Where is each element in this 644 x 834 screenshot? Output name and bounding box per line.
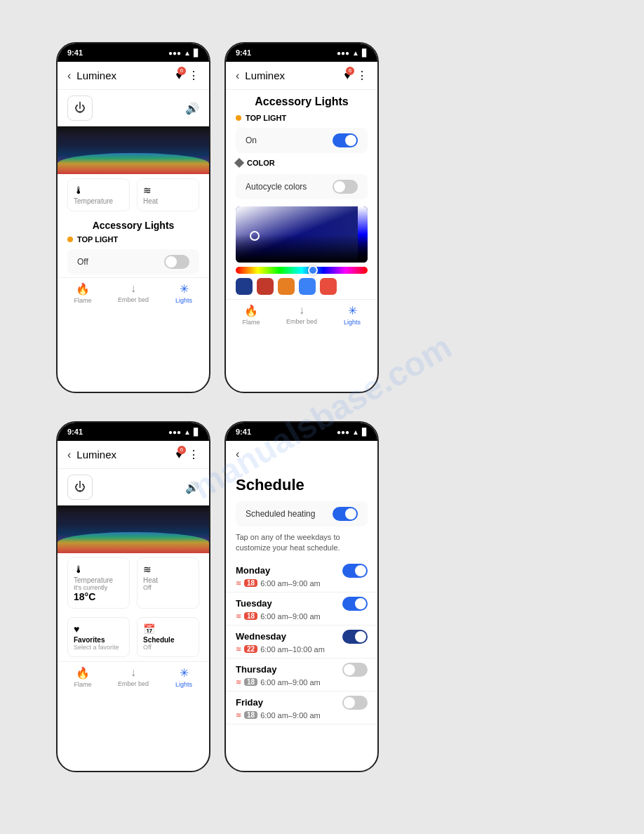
- thursday-heat-icon-4: ≋: [236, 678, 241, 686]
- bottom-row: 9:41 ●●● ▲ ▊ ‹ Luminex ♥ 6 ⋮: [56, 421, 588, 772]
- favorites-card-3[interactable]: ♥ Favorites Select a favorite: [67, 617, 130, 657]
- temperature-label-3: Temperature: [74, 576, 123, 584]
- scheduled-heating-label-4: Scheduled heating: [246, 509, 315, 519]
- volume-button-1[interactable]: 🔊: [185, 102, 199, 115]
- nav-lights-2[interactable]: ✳ Lights: [327, 304, 377, 326]
- status-bar-4: 9:41 ●●● ▲ ▊: [226, 423, 377, 441]
- back-button-4[interactable]: ‹: [236, 448, 239, 461]
- nav-ember-2[interactable]: ↓ Ember bed: [276, 304, 327, 326]
- menu-icon-1[interactable]: ⋮: [188, 69, 199, 82]
- friday-heat-icon-4: ≋: [236, 711, 241, 719]
- favorites-badge-1[interactable]: ♥ 6: [176, 70, 183, 82]
- menu-icon-3[interactable]: ⋮: [188, 448, 199, 461]
- flame-icon-2: 🔥: [244, 304, 258, 317]
- color-preset-orange-2[interactable]: [278, 278, 295, 295]
- wednesday-row-4[interactable]: Wednesday ≋ 22 6:00 am–10:00 am: [226, 626, 377, 658]
- tuesday-header-4: Tuesday: [236, 597, 368, 611]
- power-icon-3: ⏻: [74, 481, 86, 494]
- toggle-switch-2[interactable]: [333, 133, 358, 147]
- tuesday-toggle-4[interactable]: [342, 597, 368, 611]
- time-2: 9:41: [236, 48, 251, 57]
- schedule-sub-3: Off: [143, 644, 193, 651]
- tuesday-time-4: ≋ 18 6:00 am–9:00 am: [236, 612, 368, 621]
- color-presets-2: [236, 278, 368, 295]
- monday-toggle-4[interactable]: [342, 564, 368, 578]
- back-button-3[interactable]: ‹: [67, 449, 71, 461]
- time-3: 9:41: [67, 428, 83, 436]
- monday-header-4: Monday: [236, 564, 368, 578]
- thermometer-icon-1: 🌡: [74, 185, 123, 196]
- top-light-label-1: TOP LIGHT: [77, 235, 118, 244]
- nav-lights-1[interactable]: ✳ Lights: [159, 282, 209, 304]
- wednesday-temp-4: 22: [244, 645, 257, 653]
- color-picker-box-2[interactable]: [236, 206, 368, 263]
- volume-button-3[interactable]: 🔊: [185, 481, 199, 494]
- tuesday-row-4[interactable]: Tuesday ≋ 18 6:00 am–9:00 am: [226, 593, 377, 626]
- battery-icon-2: ▊: [362, 49, 368, 57]
- back-button-1[interactable]: ‹: [67, 70, 71, 82]
- top-light-label-2: TOP LIGHT: [246, 114, 286, 122]
- lights-icon-2: ✳: [348, 304, 357, 317]
- signal-icon-4: ●●●: [337, 428, 349, 436]
- thursday-row-4[interactable]: Thursday ≋ 18 6:00 am–9:00 am: [226, 658, 377, 691]
- toggle-switch-1[interactable]: [164, 255, 189, 269]
- wifi-icon-2: ▲: [352, 49, 359, 57]
- bottom-nav-2: 🔥 Flame ↓ Ember bed ✳ Lights: [226, 299, 377, 330]
- status-icons-2: ●●● ▲ ▊: [337, 49, 368, 57]
- color-preset-red-2[interactable]: [257, 278, 274, 295]
- schedule-card-3[interactable]: 📅 Schedule Off: [137, 617, 199, 657]
- lights-icon-1: ✳: [180, 282, 189, 296]
- nav-flame-2[interactable]: 🔥 Flame: [226, 304, 276, 326]
- header-icons-3: ♥ 6 ⋮: [176, 448, 200, 461]
- color-preset-lightblue-2[interactable]: [299, 278, 316, 295]
- back-button-2[interactable]: ‹: [236, 70, 239, 82]
- temperature-value-3: 18°C: [74, 591, 123, 602]
- nav-flame-1[interactable]: 🔥 Flame: [58, 282, 108, 304]
- app-title-1: Luminex: [76, 70, 175, 81]
- heat-card-3: ≋ Heat Off: [137, 557, 199, 609]
- friday-time-text-4: 6:00 am–9:00 am: [260, 711, 321, 720]
- wednesday-toggle-4[interactable]: [342, 630, 368, 644]
- power-button-3[interactable]: ⏻: [67, 475, 93, 500]
- favorites-badge-2[interactable]: ♥ 6: [344, 70, 351, 82]
- battery-icon-1: ▊: [194, 49, 199, 57]
- nav-ember-1[interactable]: ↓ Ember bed: [108, 282, 159, 304]
- app-header-4: ‹: [226, 441, 377, 468]
- color-spectrum-2[interactable]: [236, 267, 368, 274]
- color-preset-coral-2[interactable]: [320, 278, 337, 295]
- menu-icon-2[interactable]: ⋮: [356, 69, 368, 82]
- nav-ember-3[interactable]: ↓ Ember bed: [108, 666, 159, 688]
- signal-icon-3: ●●●: [168, 428, 181, 436]
- power-button-1[interactable]: ⏻: [67, 95, 93, 121]
- lights-label-2: Lights: [344, 319, 361, 326]
- nav-lights-3[interactable]: ✳ Lights: [159, 666, 209, 688]
- status-icons-3: ●●● ▲ ▊: [168, 428, 199, 436]
- app-header-1: ‹ Luminex ♥ 6 ⋮: [58, 62, 209, 90]
- friday-toggle-4[interactable]: [342, 696, 368, 710]
- heat-label-3: Heat: [143, 576, 193, 584]
- bottom-left-phone: 9:41 ●●● ▲ ▊ ‹ Luminex ♥ 6 ⋮: [56, 421, 210, 772]
- color-preset-blue-2[interactable]: [236, 278, 253, 295]
- badge-count-2: 6: [346, 67, 354, 75]
- thursday-temp-4: 18: [244, 678, 257, 686]
- app-title-2: Luminex: [245, 70, 344, 81]
- temperature-sub-3: It's currently: [74, 584, 123, 591]
- friday-row-4[interactable]: Friday ≋ 18 6:00 am–9:00 am: [226, 691, 377, 724]
- schedule-page-title-4: Schedule: [226, 468, 377, 498]
- nav-flame-3[interactable]: 🔥 Flame: [58, 666, 108, 688]
- monday-row-4[interactable]: Monday ≋ 18 6:00 am–9:00 am: [226, 560, 377, 593]
- favorites-badge-3[interactable]: ♥ 6: [176, 449, 183, 461]
- bottom-nav-1: 🔥 Flame ↓ Ember bed ✳ Lights: [58, 277, 209, 308]
- ember-label-1: Ember bed: [118, 296, 149, 303]
- thursday-toggle-4[interactable]: [342, 663, 368, 677]
- autocycle-label-2: Autocycle colors: [246, 182, 307, 192]
- tuesday-temp-4: 18: [244, 612, 257, 620]
- stats-row-3: 🌡 Temperature It's currently 18°C ≋ Heat…: [58, 553, 209, 613]
- app-header-2: ‹ Luminex ♥ 6 ⋮: [226, 62, 377, 90]
- autocycle-toggle-2[interactable]: [333, 180, 358, 194]
- scheduled-heating-toggle-4[interactable]: [333, 507, 358, 521]
- schedule-desc-4: Tap on any of the weekdays to customize …: [226, 529, 377, 560]
- ember-label-2: Ember bed: [286, 318, 317, 325]
- dot-icon-1: [67, 237, 73, 242]
- fireplace-image-1: [58, 126, 209, 174]
